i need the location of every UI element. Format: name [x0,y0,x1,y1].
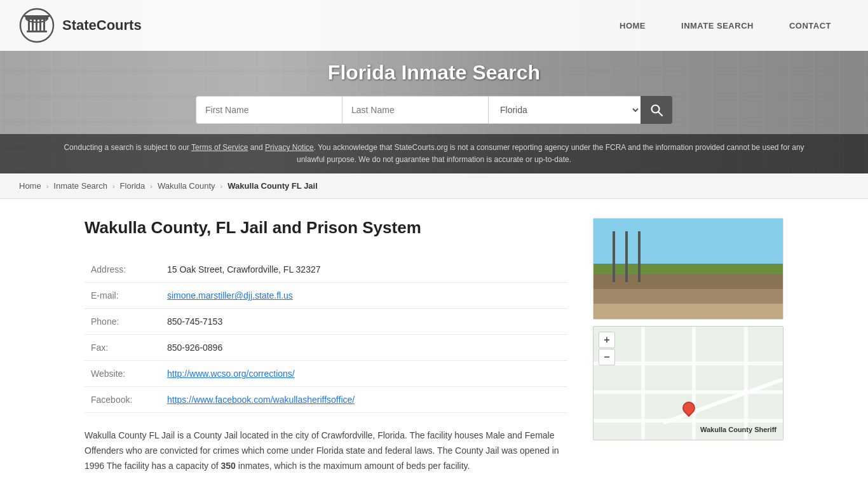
facility-description: Wakulla County FL Jail is a County Jail … [85,428,567,473]
svg-rect-2 [28,19,30,30]
site-logo[interactable]: StateCourts [19,8,142,43]
main-content: Wakulla County, FL Jail and Prison Syste… [59,199,809,488]
disclaimer-text-after: . You acknowledge that StateCourts.org i… [297,143,804,164]
table-row: Address: 15 Oak Street, Crawfordville, F… [85,257,567,283]
facebook-label: Facebook: [85,387,161,413]
breadcrumb-sep-2: › [112,182,115,190]
top-navigation: StateCourts HOME INMATE SEARCH CONTACT [0,0,868,51]
email-label: E-mail: [85,283,161,309]
side-section: + − Wakulla County Sheriff [593,218,783,473]
info-section: Wakulla County, FL Jail and Prison Syste… [85,218,567,473]
svg-rect-7 [27,30,47,32]
svg-rect-18 [619,241,733,250]
last-name-input[interactable] [342,96,488,124]
svg-rect-22 [686,254,698,263]
email-value: simone.marstiller@djj.state.fl.us [161,283,567,309]
facility-heading: Wakulla County, FL Jail and Prison Syste… [85,218,567,238]
svg-rect-30 [593,282,783,320]
svg-line-11 [658,112,662,116]
map-zoom-out[interactable]: − [599,349,615,365]
svg-rect-21 [667,254,679,263]
svg-point-13 [613,227,651,242]
website-value: http://www.wcso.org/corrections/ [161,361,567,387]
breadcrumb-county[interactable]: Wakulla County [158,181,215,191]
breadcrumb: Home › Inmate Search › Florida › Wakulla… [0,173,868,199]
svg-rect-17 [619,247,733,282]
map-controls: + − [599,332,615,365]
description-end: inmates, which is the maximum amount of … [236,461,470,471]
facility-photo-svg [593,219,783,320]
svg-rect-3 [32,19,34,30]
state-select[interactable]: Select State AlabamaAlaskaArizona Arkans… [488,96,641,124]
map-background [593,327,783,440]
facebook-value: https://www.facebook.com/wakullasheriffs… [161,387,567,413]
breadcrumb-sep-3: › [150,182,153,190]
svg-rect-20 [648,254,660,263]
table-row: Facebook: https://www.facebook.com/wakul… [85,387,567,413]
map-road-h1 [593,362,783,365]
nav-home[interactable]: HOME [602,0,663,51]
breadcrumb-sep-4: › [220,182,223,190]
hero-title: Florida Inmate Search [0,61,868,85]
facebook-link[interactable]: https://www.facebook.com/wakullasheriffs… [167,395,355,405]
privacy-link[interactable]: Privacy Notice [265,143,314,152]
breadcrumb-current: Wakulla County FL Jail [227,181,318,191]
phone-value: 850-745-7153 [161,309,567,335]
map-zoom-in[interactable]: + [599,332,615,348]
svg-rect-29 [756,276,775,292]
fax-value: 850-926-0896 [161,335,567,361]
capacity-bold: 350 [221,461,236,471]
address-value: 15 Oak Street, Crawfordville, FL 32327 [161,257,567,283]
nav-contact[interactable]: CONTACT [771,0,849,51]
map-road-v1 [641,327,645,440]
nav-inmate-search[interactable]: INMATE SEARCH [663,0,771,51]
svg-rect-19 [628,254,641,263]
svg-rect-23 [705,254,717,263]
disclaimer-and: and [248,143,265,152]
search-button[interactable] [641,96,672,124]
hero-title-area: Florida Inmate Search [0,51,868,96]
phone-label: Phone: [85,309,161,335]
svg-point-14 [632,225,663,238]
nav-links: HOME INMATE SEARCH CONTACT [602,0,849,51]
address-label: Address: [85,257,161,283]
disclaimer: Conducting a search is subject to our Te… [0,134,868,173]
info-table: Address: 15 Oak Street, Crawfordville, F… [85,257,567,413]
breadcrumb-state[interactable]: Florida [120,181,146,191]
facility-image [593,218,783,320]
site-name: StateCourts [62,17,142,34]
map-container: + − Wakulla County Sheriff [593,326,783,440]
svg-rect-16 [593,273,783,285]
website-label: Website: [85,361,161,387]
map-road-h3 [593,419,783,423]
search-bar: Select State AlabamaAlaskaArizona Arkans… [0,96,868,134]
svg-rect-12 [593,219,783,276]
breadcrumb-home[interactable]: Home [19,181,41,191]
map-road-v2 [692,327,696,440]
terms-link[interactable]: Terms of Service [191,143,248,152]
fax-label: Fax: [85,335,161,361]
map-road-v3 [744,327,748,440]
svg-rect-4 [36,19,37,30]
breadcrumb-inmate-search[interactable]: Inmate Search [53,181,107,191]
table-row: Fax: 850-926-0896 [85,335,567,361]
svg-rect-15 [593,276,783,320]
website-link[interactable]: http://www.wcso.org/corrections/ [167,369,295,379]
svg-rect-5 [39,19,41,30]
hero-section: StateCourts HOME INMATE SEARCH CONTACT F… [0,0,868,173]
table-row: E-mail: simone.marstiller@djj.state.fl.u… [85,283,567,309]
map-label: Wakulla County Sheriff [700,426,776,433]
search-icon [650,104,663,116]
email-link[interactable]: simone.marstiller@djj.state.fl.us [167,290,293,301]
hero-content: StateCourts HOME INMATE SEARCH CONTACT F… [0,0,868,173]
table-row: Phone: 850-745-7153 [85,309,567,335]
first-name-input[interactable] [196,96,342,124]
svg-rect-9 [24,15,50,17]
breadcrumb-sep-1: › [46,182,49,190]
disclaimer-text-before: Conducting a search is subject to our [64,143,191,152]
svg-rect-6 [43,19,45,30]
logo-icon [19,8,55,43]
table-row: Website: http://www.wcso.org/corrections… [85,361,567,387]
